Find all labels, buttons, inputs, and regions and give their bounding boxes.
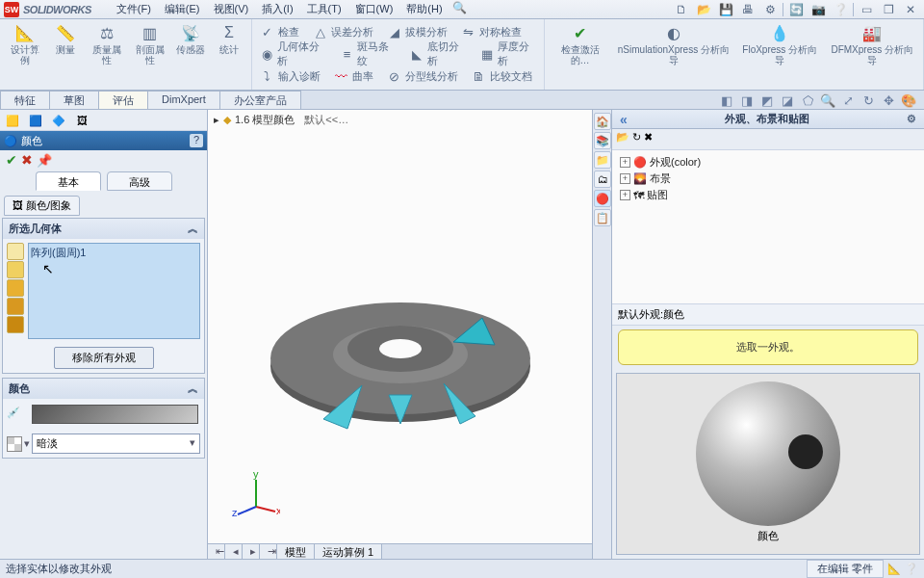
cancel-button[interactable]: ✖ (21, 152, 33, 168)
expand-icon[interactable]: + (620, 173, 630, 184)
appearance-icon[interactable]: 🎨 (899, 92, 918, 109)
zebra-button[interactable]: ≡斑马条纹 (338, 43, 398, 65)
filter-part[interactable] (7, 298, 24, 315)
filter-component[interactable] (7, 316, 24, 333)
property-tab[interactable]: 🟦 (25, 112, 46, 129)
collapse-icon[interactable]: ︽ (188, 381, 198, 396)
view-palette-icon[interactable]: 🗂 (594, 171, 611, 188)
unit-system-icon[interactable]: 📐 (887, 563, 901, 575)
geometry-button[interactable]: ◉几何体分析 (258, 43, 328, 65)
thickness-button[interactable]: ▦厚度分析 (478, 43, 539, 65)
zoom-fit-icon[interactable]: 🔍 (818, 92, 837, 109)
ok-button[interactable]: ✔ (6, 152, 17, 168)
refresh-icon[interactable]: ↻ (632, 131, 641, 147)
tree-row-scene[interactable]: +🌄布景 (620, 171, 916, 187)
tab-dimxpert[interactable]: DimXpert (147, 91, 220, 109)
check-active-button[interactable]: ✔检查激活的… (551, 21, 608, 67)
config-tab[interactable]: 🔷 (48, 112, 69, 129)
curvature-button[interactable]: 〰曲率 (332, 66, 375, 87)
file-explorer-icon[interactable]: 📁 (594, 151, 611, 169)
view-cube-icon[interactable]: ◨ (737, 92, 757, 109)
filter-face[interactable] (7, 243, 24, 260)
feature-tree-tab[interactable]: 🟨 (2, 112, 23, 129)
orientation-triad[interactable]: x y z (232, 468, 280, 516)
back-button[interactable]: « (614, 112, 633, 127)
flyout-tree-header[interactable]: ▸ ◆ 1.6 模型颜色 默认<<… (214, 113, 348, 127)
minimize-button[interactable]: ▭ (857, 2, 876, 17)
eyedropper-button[interactable]: 💉 (7, 403, 26, 426)
menu-view[interactable]: 视图(V) (208, 0, 255, 18)
tab-office[interactable]: 办公室产品 (219, 91, 301, 109)
simxpress-button[interactable]: ◐nSimulationXpress 分析向导 (615, 21, 732, 67)
custom-props-icon[interactable]: 📋 (594, 209, 611, 226)
measure-button[interactable]: 📏测量 (49, 21, 82, 57)
tab-scroll-first[interactable]: ⇤ (208, 544, 225, 559)
task-config-icon[interactable]: ⚙ (901, 113, 922, 125)
close-button[interactable]: ✕ (901, 2, 920, 17)
filter-body[interactable] (7, 279, 24, 297)
menu-insert[interactable]: 插入(I) (256, 0, 298, 18)
statistics-button[interactable]: Σ统计 (213, 21, 245, 57)
help-icon[interactable]: ❔ (831, 2, 850, 17)
display-style-icon[interactable]: ◪ (778, 92, 797, 109)
basic-tab[interactable]: 基本 (36, 171, 101, 191)
menu-file[interactable]: 文件(F) (111, 0, 157, 18)
color-swatch[interactable] (32, 405, 198, 424)
color-image-tab[interactable]: 🖼 颜色/图象 (4, 196, 80, 216)
zoom-area-icon[interactable]: ⤢ (838, 92, 858, 109)
expand-icon[interactable]: + (620, 190, 630, 200)
orient-icon[interactable]: ◧ (717, 92, 736, 109)
tree-row-decal[interactable]: +🗺贴图 (620, 187, 916, 203)
appearance-preview[interactable]: 颜色 (616, 373, 920, 555)
undercut-button[interactable]: ◣底切分析 (408, 43, 469, 65)
design-study-button[interactable]: 📐设计算例 (6, 21, 43, 67)
search-icon[interactable]: 🔍 (450, 0, 470, 15)
section-view-icon[interactable]: ⬠ (798, 92, 817, 109)
selection-list[interactable]: 阵列(圆周)1 ↖ (28, 243, 200, 339)
expand-icon[interactable]: + (620, 157, 630, 168)
folder-open-icon[interactable]: 📂 (616, 131, 629, 147)
options-icon[interactable]: ⚙ (760, 2, 780, 17)
dfmxpress-button[interactable]: 🏭DFMXpress 分析向导 (827, 21, 917, 67)
remove-appearance-button[interactable]: 移除所有外观 (54, 347, 154, 369)
expand-icon[interactable]: ▸ (214, 114, 219, 126)
filter-feature[interactable] (7, 261, 24, 278)
section-header[interactable]: 所选几何体 ︽ (3, 219, 204, 239)
tab-model[interactable]: 模型 (277, 544, 315, 559)
tab-features[interactable]: 特征 (0, 91, 50, 109)
preset-dropdown[interactable]: 暗淡 ▾ (32, 434, 200, 454)
graphics-viewport[interactable]: ▸ ◆ 1.6 模型颜色 默认<<… x y z ⇤ ◂ (208, 110, 593, 559)
pin-button[interactable]: 📌 (37, 153, 52, 168)
menu-edit[interactable]: 编辑(E) (159, 0, 206, 18)
delete-icon[interactable]: ✖ (644, 131, 653, 147)
sensor-button[interactable]: 📡传感器 (174, 21, 207, 57)
tree-row-appearance[interactable]: +🔴外观(color) (620, 154, 916, 171)
section-props-button[interactable]: ▥剖面属性 (131, 21, 168, 67)
status-options-icon[interactable]: ❔ (905, 563, 918, 575)
selection-item[interactable]: 阵列(圆周)1 (31, 247, 86, 258)
rebuild-icon[interactable]: 🔄 (786, 2, 806, 17)
tab-scroll-prev[interactable]: ◂ (225, 544, 243, 559)
parting-button[interactable]: ⊘分型线分析 (385, 66, 460, 87)
tab-motion-study[interactable]: 运动算例 1 (315, 544, 382, 559)
tab-sketch[interactable]: 草图 (49, 91, 99, 109)
collapse-icon[interactable]: ︽ (188, 222, 198, 236)
menu-tools[interactable]: 工具(T) (301, 0, 347, 18)
advanced-tab[interactable]: 高级 (107, 171, 172, 191)
save-icon[interactable]: 💾 (716, 2, 735, 17)
tab-evaluate[interactable]: 评估 (98, 91, 148, 109)
print-icon[interactable]: 🖶 (738, 2, 757, 17)
import-diag-button[interactable]: ⤵输入诊断 (258, 66, 322, 87)
pan-icon[interactable]: ✥ (879, 92, 898, 109)
iso-icon[interactable]: ◩ (757, 92, 777, 109)
screenshot-icon[interactable]: 📷 (808, 2, 828, 17)
compare-button[interactable]: 🗎比较文档 (470, 66, 534, 87)
floxpress-button[interactable]: 💧FloXpress 分析向导 (738, 21, 821, 67)
open-icon[interactable]: 📂 (694, 2, 713, 17)
home-tab-icon[interactable]: 🏠 (594, 113, 611, 130)
pm-help-button[interactable]: ? (190, 134, 203, 147)
menu-window[interactable]: 窗口(W) (349, 0, 399, 18)
mass-props-button[interactable]: ⚖质量属性 (88, 21, 125, 67)
maximize-button[interactable]: ❐ (879, 2, 898, 17)
tab-scroll-last[interactable]: ⇥ (260, 544, 277, 559)
